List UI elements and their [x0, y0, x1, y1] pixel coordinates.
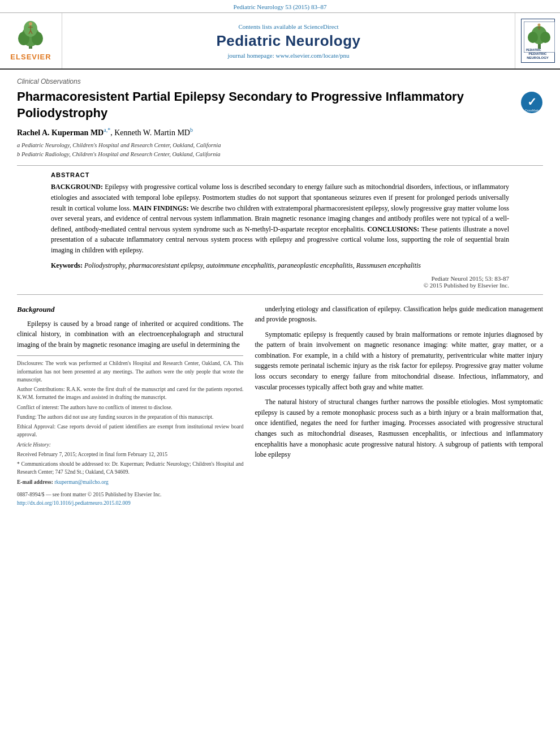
affiliation-b: b Pediatric Radiology, Children's Hospit…: [17, 150, 543, 159]
body-para-right-3: The natural history of structural change…: [255, 397, 543, 460]
author1-sup: a,*: [104, 127, 110, 133]
fn-correspondence: * Communications should be addressed to:…: [17, 460, 243, 476]
svg-point-14: [540, 32, 550, 43]
journal-logo-box: PEDIATRIC PEDIATRIC NEUROLOGY: [521, 19, 555, 63]
svg-point-13: [528, 32, 538, 43]
fn-funding: Funding: The authors did not use any fun…: [17, 413, 243, 421]
affiliations: a Pediatric Neurology, Children's Hospit…: [17, 141, 543, 159]
science-direct-text: Contents lists available at ScienceDirec…: [238, 23, 338, 30]
authors-line: Rachel A. Kuperman MDa,*, Kenneth W. Mar…: [17, 127, 543, 138]
section-type: Clinical Observations: [17, 78, 543, 85]
doi-line[interactable]: http://dx.doi.org/10.1016/j.pediatrneuro…: [17, 499, 243, 508]
elsevier-tree-icon: [14, 20, 48, 51]
article-title: Pharmacoresistent Partial Epilepsy Secon…: [17, 89, 515, 121]
svg-text:✓: ✓: [527, 96, 537, 108]
svg-text:CrossMark: CrossMark: [525, 109, 539, 112]
fn-email: E-mail address: rkuperman@mailcho.org: [17, 478, 243, 486]
divider-1: [17, 165, 543, 166]
crossmark-icon[interactable]: ✓ CrossMark: [520, 91, 543, 114]
body-para-1: Epilepsy is caused by a broad range of i…: [17, 319, 243, 350]
keywords-label: Keywords:: [51, 261, 83, 269]
fn-conflict: Conflict of interest: The authors have n…: [17, 403, 243, 411]
left-column: Background Epilepsy is caused by a broad…: [17, 304, 243, 508]
body-para-right-1: underlying etiology and classification o…: [255, 304, 543, 325]
fn-email-label: E-mail address:: [17, 479, 53, 485]
fn-email-address[interactable]: rkuperman@mailcho.org: [54, 479, 108, 485]
affiliation-a: a Pediatric Neurology, Children's Hospit…: [17, 141, 543, 150]
article-body: Background Epilepsy is caused by a broad…: [17, 304, 543, 508]
main-content: Clinical Observations Pharmacoresistent …: [0, 70, 560, 518]
svg-point-15: [537, 24, 540, 27]
citation-line: Pediatr Neurol 2015; 53: 83-87: [51, 275, 509, 282]
abstract-section: ABSTRACT BACKGROUND: Epilepsy with progr…: [51, 171, 509, 288]
issn-line: 0887-8994/$ — see front matter © 2015 Pu…: [17, 491, 243, 499]
author2-sup: b: [190, 127, 193, 133]
svg-text:PEDIATRIC: PEDIATRIC: [526, 48, 541, 51]
footnotes: Disclosures: The work was performed at C…: [17, 355, 243, 486]
journal-title: Pediatric Neurology: [216, 32, 360, 50]
elsevier-wordmark: ELSEVIER: [10, 53, 51, 61]
svg-point-5: [29, 22, 32, 25]
abstract-text: BACKGROUND: Epilepsy with progressive co…: [51, 182, 509, 255]
title-area: Pharmacoresistent Partial Epilepsy Secon…: [17, 89, 543, 127]
keywords: Keywords: Poliodystrophy, pharmacoresist…: [51, 260, 509, 271]
background-section-heading: Background: [17, 304, 243, 315]
fn-article-history-label: Article History:: [17, 441, 243, 449]
abstract-title: ABSTRACT: [51, 171, 509, 178]
journal-logo-right: PEDIATRIC PEDIATRIC NEUROLOGY: [515, 13, 560, 68]
fn-author-contrib: Author Contributions: R.A.K. wrote the f…: [17, 385, 243, 402]
fn-ethical: Ethical Approval: Case reports devoid of…: [17, 423, 243, 439]
author1-name: Rachel A. Kuperman MD: [17, 128, 104, 137]
fn-disclosure: Disclosures: The work was performed at C…: [17, 359, 243, 384]
divider-2: [17, 294, 543, 295]
journal-info-center: Contents lists available at ScienceDirec…: [62, 13, 515, 68]
background-label: BACKGROUND:: [51, 183, 103, 191]
conclusions-label: CONCLUSIONS:: [367, 225, 419, 233]
findings-label: MAIN FINDINGS:: [133, 204, 189, 212]
keywords-text: Poliodystrophy, pharmacoresistant epilep…: [83, 261, 421, 269]
journal-reference: Pediatric Neurology 53 (2015) 83–87: [0, 0, 560, 13]
fn-article-history: Received February 7, 2015; Accepted in f…: [17, 450, 243, 458]
right-column: underlying etiology and classification o…: [255, 304, 543, 508]
author2-name: , Kenneth W. Martin MD: [110, 128, 190, 137]
journal-header: ELSEVIER Contents lists available at Sci…: [0, 13, 560, 70]
journal-homepage: journal homepage: www.elsevier.com/locat…: [228, 52, 350, 59]
body-para-right-2: Symptomatic epilepsy is frequently cause…: [255, 329, 543, 393]
copyright-line: © 2015 Published by Elsevier Inc.: [51, 282, 509, 289]
elsevier-logo-section: ELSEVIER: [0, 13, 62, 68]
